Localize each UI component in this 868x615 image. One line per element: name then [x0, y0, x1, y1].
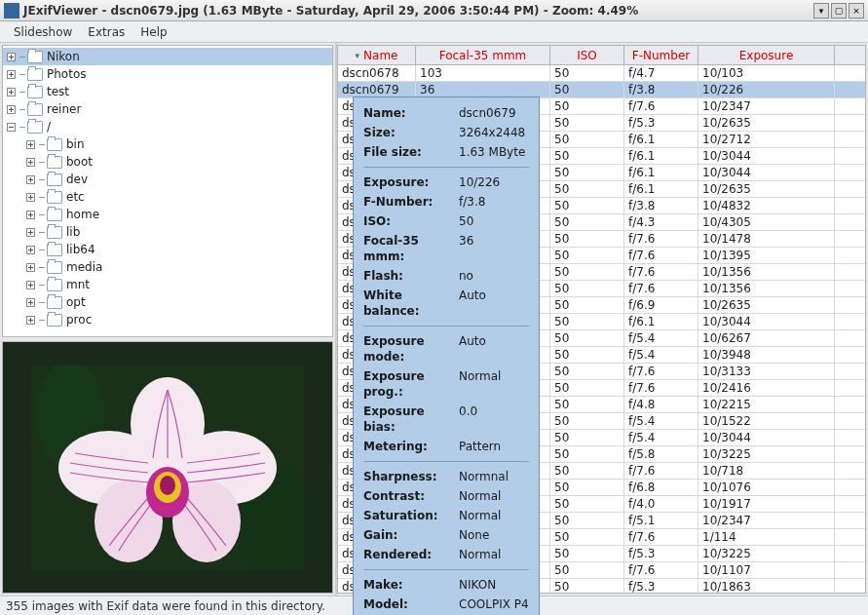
- cell-fn: f/7.6: [624, 380, 698, 396]
- menu-extras[interactable]: Extras: [80, 23, 132, 41]
- cell-iso: 50: [550, 165, 624, 180]
- tree-label: reiner: [47, 102, 81, 116]
- col-name[interactable]: Name: [338, 46, 416, 64]
- expand-icon[interactable]: [26, 316, 35, 325]
- cell-exp: 10/3948: [698, 347, 835, 363]
- cell-iso: 50: [550, 430, 624, 445]
- tree-node-bin[interactable]: bin: [3, 135, 332, 153]
- cell-iso: 50: [550, 529, 624, 545]
- table-header: Name Focal-35 mmm ISO F-Number Exposure: [338, 46, 865, 65]
- folder-icon: [47, 191, 62, 204]
- tree-node-Nikon[interactable]: Nikon: [3, 48, 332, 65]
- cell-fn: f/6.1: [624, 132, 698, 147]
- minimize-button[interactable]: ▾: [813, 3, 829, 19]
- cell-exp: 10/1478: [698, 231, 835, 247]
- cell-fn: f/6.8: [624, 480, 698, 495]
- cell-exp: 10/1917: [698, 496, 835, 512]
- tooltip-label: Name:: [363, 105, 459, 121]
- cell-exp: 10/1356: [698, 264, 835, 280]
- expand-icon[interactable]: [7, 88, 16, 96]
- expand-icon[interactable]: [26, 140, 35, 149]
- tooltip-row: Saturation:Normal: [363, 506, 529, 525]
- tooltip-label: Focal-35 mmm:: [363, 233, 459, 264]
- cell-exp: 10/2635: [698, 181, 835, 197]
- cell-fn: f/4.7: [624, 65, 698, 81]
- expand-icon[interactable]: [26, 263, 35, 272]
- cell-exp: 10/3044: [698, 165, 835, 180]
- cell-exp: 10/3044: [698, 148, 835, 164]
- menu-help[interactable]: Help: [132, 23, 174, 41]
- cell-fn: f/6.1: [624, 181, 698, 197]
- image-preview[interactable]: [2, 341, 333, 594]
- folder-icon: [47, 244, 62, 256]
- tree-node-media[interactable]: media: [3, 258, 332, 276]
- expand-icon[interactable]: [26, 298, 35, 307]
- tooltip-row: White balance:Auto: [363, 286, 529, 321]
- tree-node-lib64[interactable]: lib64: [3, 241, 332, 258]
- tree-node-boot[interactable]: boot: [3, 153, 332, 171]
- titlebar: JExifViewer - dscn0679.jpg (1.63 MByte -…: [0, 0, 868, 21]
- cell-exp: 10/3133: [698, 364, 835, 379]
- expand-icon[interactable]: [26, 211, 35, 219]
- expand-icon[interactable]: [26, 175, 35, 184]
- tree-node-root[interactable]: /: [3, 118, 332, 135]
- tree-node-opt[interactable]: opt: [3, 293, 332, 311]
- tree-node-lib[interactable]: lib: [3, 223, 332, 241]
- table-row[interactable]: dscn067810350f/4.710/103: [338, 65, 865, 82]
- tooltip-value: Normal: [459, 547, 529, 562]
- tooltip-value: Pattern: [459, 439, 529, 454]
- expand-icon[interactable]: [26, 228, 35, 237]
- expand-icon[interactable]: [26, 193, 35, 202]
- cell-iso: 50: [550, 115, 624, 131]
- tree-node-dev[interactable]: dev: [3, 171, 332, 188]
- tree-node-home[interactable]: home: [3, 206, 332, 223]
- collapse-icon[interactable]: [7, 123, 16, 132]
- tooltip-value: Auto: [459, 288, 529, 319]
- tree-node-etc[interactable]: etc: [3, 188, 332, 206]
- folder-tree[interactable]: NikonPhotostestreiner/binbootdevetchomel…: [2, 45, 333, 337]
- expand-icon[interactable]: [26, 281, 35, 289]
- col-exposure[interactable]: Exposure: [698, 46, 835, 64]
- cell-exp: 10/6267: [698, 330, 835, 346]
- folder-icon: [47, 209, 62, 221]
- tooltip-value: NIKON: [459, 577, 529, 593]
- tooltip-value: no: [459, 268, 529, 284]
- menu-slideshow[interactable]: Slideshow: [6, 23, 80, 41]
- expand-icon[interactable]: [26, 246, 35, 254]
- cell-iso: 50: [550, 347, 624, 363]
- cell-exp: 10/2347: [698, 98, 835, 114]
- tree-node-proc[interactable]: proc: [3, 311, 332, 328]
- tooltip-row: Exposure mode:Auto: [363, 331, 529, 366]
- tooltip-value: 36: [459, 233, 529, 264]
- tree-node-Photos[interactable]: Photos: [3, 65, 332, 83]
- tree-label: bin: [66, 137, 85, 151]
- cell-fn: f/5.3: [624, 546, 698, 561]
- tree-node-reiner[interactable]: reiner: [3, 100, 332, 118]
- cell-iso: 50: [550, 562, 624, 578]
- cell-exp: 10/1522: [698, 413, 835, 429]
- tree-label: lib: [66, 225, 80, 239]
- cell-fn: f/7.6: [624, 264, 698, 280]
- cell-exp: 10/3225: [698, 446, 835, 462]
- tooltip-row: Size:3264x2448: [363, 123, 529, 142]
- expand-icon[interactable]: [7, 70, 16, 79]
- expand-icon[interactable]: [26, 158, 35, 167]
- cell-exp: 10/1076: [698, 480, 835, 495]
- maximize-button[interactable]: ▢: [831, 3, 847, 19]
- close-button[interactable]: ×: [849, 3, 864, 19]
- folder-icon: [27, 51, 43, 63]
- tree-node-test[interactable]: test: [3, 83, 332, 100]
- tooltip-label: Make:: [363, 577, 459, 593]
- col-iso[interactable]: ISO: [550, 46, 624, 64]
- cell-fn: f/7.6: [624, 364, 698, 379]
- tooltip-row: Contrast:Normal: [363, 486, 529, 506]
- tooltip-label: Gain:: [363, 527, 459, 543]
- col-fnumber[interactable]: F-Number: [624, 46, 698, 64]
- expand-icon[interactable]: [7, 53, 16, 61]
- folder-icon: [47, 314, 62, 327]
- cell-fn: f/5.1: [624, 513, 698, 528]
- cell-exp: 10/3044: [698, 430, 835, 445]
- col-focal[interactable]: Focal-35 mmm: [416, 46, 550, 64]
- tree-node-mnt[interactable]: mnt: [3, 276, 332, 293]
- expand-icon[interactable]: [7, 105, 16, 114]
